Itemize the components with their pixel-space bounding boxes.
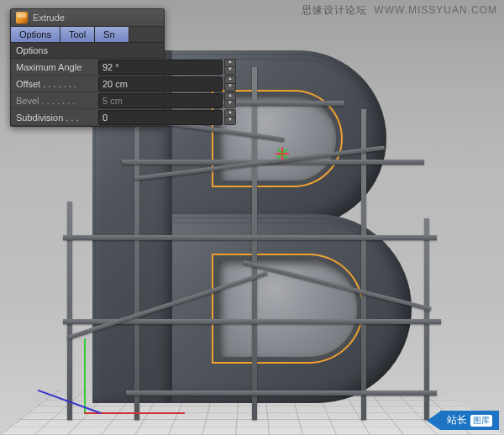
prop-label: Maximum Angle xyxy=(11,60,98,75)
prop-row-subdivision: Subdivision . . . ▲ ▼ xyxy=(11,109,164,126)
spin-down-icon[interactable]: ▼ xyxy=(224,117,236,125)
spin-down-icon[interactable]: ▼ xyxy=(224,66,236,75)
prop-label: Subdivision . . . xyxy=(11,110,98,125)
tab-tool[interactable]: Tool xyxy=(60,27,95,42)
watermark-bottom: 站长 图库 xyxy=(427,411,499,430)
panel-title-text: Extrude xyxy=(33,13,65,23)
spin-up-icon[interactable]: ▲ xyxy=(224,109,236,117)
spinner: ▲ ▼ xyxy=(224,59,236,75)
spinner: ▲ ▼ xyxy=(224,109,236,125)
extrude-icon xyxy=(16,12,28,24)
axis-y xyxy=(84,338,86,414)
scaffold-beam xyxy=(63,235,437,240)
tab-options[interactable]: Options xyxy=(11,27,60,42)
extrude-panel: Extrude Options Tool Sn Options Maximum … xyxy=(10,8,165,127)
offset-input[interactable] xyxy=(98,76,223,92)
scaffold-pole xyxy=(252,67,257,420)
scaffold-pole xyxy=(361,109,366,420)
cursor-gizmo[interactable] xyxy=(276,147,289,160)
panel-tabs: Options Tool Sn xyxy=(11,27,164,43)
subdivision-input[interactable] xyxy=(98,110,223,125)
bevel-input[interactable] xyxy=(98,93,223,108)
spin-up-icon[interactable]: ▲ xyxy=(224,92,236,100)
spin-up-icon[interactable]: ▲ xyxy=(224,76,236,83)
prop-label: Bevel . . . . . . . xyxy=(11,93,98,108)
scaffold-pole xyxy=(134,84,139,420)
prop-label: Offset . . . . . . . xyxy=(11,76,98,92)
spinner: ▲ ▼ xyxy=(224,76,236,92)
spinner: ▲ ▼ xyxy=(224,92,236,108)
maximum-angle-input[interactable] xyxy=(98,60,223,75)
spin-down-icon[interactable]: ▼ xyxy=(224,100,236,108)
watermark-top: 思缘设计论坛 WWW.MISSYUAN.COM xyxy=(302,3,497,18)
panel-titlebar[interactable]: Extrude xyxy=(11,9,164,27)
prop-row-bevel: Bevel . . . . . . . ▲ ▼ xyxy=(11,92,164,109)
spin-up-icon[interactable]: ▲ xyxy=(224,59,236,66)
watermark-top-url: WWW.MISSYUAN.COM xyxy=(374,4,497,16)
watermark-top-cn: 思缘设计论坛 xyxy=(302,4,367,16)
prop-row-maximum-angle: Maximum Angle ▲ ▼ xyxy=(11,59,164,76)
watermark-bottom-text: 站长 xyxy=(447,413,467,427)
scaffold-beam xyxy=(126,390,437,396)
watermark-bottom-badge: 图库 xyxy=(470,415,492,427)
spin-down-icon[interactable]: ▼ xyxy=(224,83,236,92)
scaffold-pole xyxy=(67,202,72,420)
prop-row-offset: Offset . . . . . . . ▲ ▼ xyxy=(11,76,164,92)
tab-snap[interactable]: Sn xyxy=(95,27,129,42)
section-header: Options xyxy=(11,43,164,59)
watermark-arrow-icon xyxy=(427,411,440,430)
